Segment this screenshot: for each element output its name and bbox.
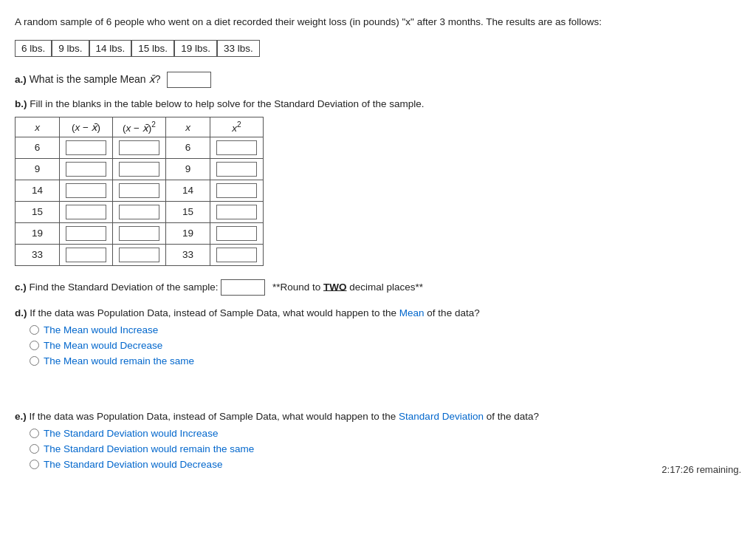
part-c-text: Find the Standard Deviation of the sampl… bbox=[30, 281, 221, 292]
table-row: 14 14 bbox=[16, 180, 264, 201]
part-d-option-2[interactable]: The Mean would Decrease bbox=[30, 340, 734, 351]
part-e-option-3[interactable]: The Standard Deviation would Decrease bbox=[30, 459, 734, 470]
part-b-label: b.) bbox=[15, 98, 27, 109]
part-a-text: What is the sample Mean x̄? bbox=[30, 73, 161, 85]
part-e-option-1[interactable]: The Standard Deviation would Increase bbox=[30, 428, 734, 439]
std-dev-input[interactable] bbox=[221, 279, 265, 296]
part-e-option-1-label: The Standard Deviation would Increase bbox=[44, 428, 218, 439]
part-e-option-3-label: The Standard Deviation would Decrease bbox=[44, 459, 222, 470]
row3-dev-input-cell bbox=[60, 180, 113, 201]
row5-x-sq-input[interactable] bbox=[216, 226, 257, 241]
part-e-section: e.) If the data was Population Data, ins… bbox=[15, 411, 734, 470]
row1-x2: 6 bbox=[166, 137, 210, 158]
row3-dev-sq-input[interactable] bbox=[119, 183, 159, 198]
part-d-option-3-label: The Mean would remain the same bbox=[44, 355, 194, 366]
row5-x2: 19 bbox=[166, 222, 210, 244]
row5-dev-input[interactable] bbox=[66, 226, 106, 241]
row6-x-sq-input-cell bbox=[210, 244, 264, 265]
row1-dev-sq-input[interactable] bbox=[119, 140, 159, 155]
col-header-dev: (x − x̄) bbox=[60, 117, 113, 137]
col-header-x2: x bbox=[166, 117, 210, 137]
part-e-option-2-label: The Standard Deviation would remain the … bbox=[44, 443, 254, 454]
row5-x-sq-input-cell bbox=[210, 222, 264, 244]
col-header-dev-sq: (x − x̄)2 bbox=[113, 117, 166, 137]
mean-input[interactable] bbox=[167, 72, 211, 88]
table-row: 6 6 bbox=[16, 137, 264, 158]
row4-dev-sq-input-cell bbox=[113, 201, 166, 222]
std-dev-table: x (x − x̄) (x − x̄)2 x x2 6 6 9 bbox=[15, 117, 264, 266]
row4-x2: 15 bbox=[166, 201, 210, 222]
part-e-radio-1[interactable] bbox=[30, 429, 39, 438]
row2-dev-sq-input[interactable] bbox=[119, 162, 159, 177]
row6-dev-input[interactable] bbox=[66, 248, 106, 262]
row3-x: 14 bbox=[16, 180, 60, 201]
part-e-text: e.) If the data was Population Data, ins… bbox=[15, 411, 734, 422]
data-value-6: 33 lbs. bbox=[217, 40, 260, 57]
row1-x: 6 bbox=[16, 137, 60, 158]
row4-dev-input-cell bbox=[60, 201, 113, 222]
row2-dev-input-cell bbox=[60, 158, 113, 180]
row4-x-sq-input[interactable] bbox=[216, 205, 257, 219]
table-row: 9 9 bbox=[16, 158, 264, 180]
row6-dev-input-cell bbox=[60, 244, 113, 265]
data-value-4: 15 lbs. bbox=[131, 40, 174, 57]
part-d-radio-1[interactable] bbox=[30, 325, 39, 335]
part-c-round-text: **Round to TWO decimal places** bbox=[272, 281, 423, 292]
part-d-option-2-label: The Mean would Decrease bbox=[44, 340, 162, 351]
row3-x-sq-input[interactable] bbox=[216, 183, 257, 198]
part-a-section: a.) What is the sample Mean x̄? bbox=[15, 72, 734, 88]
row2-x: 9 bbox=[16, 158, 60, 180]
row3-x-sq-input-cell bbox=[210, 180, 264, 201]
row2-dev-input[interactable] bbox=[66, 162, 106, 177]
part-b-section: b.) Fill in the blanks in the table belo… bbox=[15, 98, 734, 266]
row6-x: 33 bbox=[16, 244, 60, 265]
table-row: 33 33 bbox=[16, 244, 264, 265]
part-d-radio-3[interactable] bbox=[30, 356, 39, 366]
row1-dev-sq-input-cell bbox=[113, 137, 166, 158]
part-c-section: c.) Find the Standard Deviation of the s… bbox=[15, 279, 734, 296]
row4-x-sq-input-cell bbox=[210, 201, 264, 222]
part-d-radio-2[interactable] bbox=[30, 341, 39, 350]
row1-dev-input-cell bbox=[60, 137, 113, 158]
row4-x: 15 bbox=[16, 201, 60, 222]
part-b-text: b.) Fill in the blanks in the table belo… bbox=[15, 98, 734, 109]
data-values-row: 6 lbs. 9 lbs. 14 lbs. 15 lbs. 19 lbs. 33… bbox=[15, 40, 260, 57]
row1-dev-input[interactable] bbox=[66, 140, 106, 155]
data-value-1: 6 lbs. bbox=[15, 40, 52, 57]
part-d-option-1-label: The Mean would Increase bbox=[44, 324, 158, 335]
part-e-radio-3[interactable] bbox=[30, 460, 39, 469]
part-d-text: d.) If the data was Population Data, ins… bbox=[15, 307, 734, 318]
intro-text: A random sample of 6 people who went on … bbox=[15, 15, 734, 30]
part-d-option-3[interactable]: The Mean would remain the same bbox=[30, 355, 734, 366]
part-a-label: a.) bbox=[15, 74, 27, 85]
row2-x2: 9 bbox=[166, 158, 210, 180]
part-e-radio-2[interactable] bbox=[30, 444, 39, 454]
row2-x-sq-input[interactable] bbox=[216, 162, 257, 177]
row1-x-sq-input-cell bbox=[210, 137, 264, 158]
data-value-5: 19 lbs. bbox=[174, 40, 217, 57]
row6-x2: 33 bbox=[166, 244, 210, 265]
data-value-2: 9 lbs. bbox=[52, 40, 89, 57]
row1-x-sq-input[interactable] bbox=[216, 140, 257, 155]
data-value-3: 14 lbs. bbox=[89, 40, 132, 57]
table-row: 19 19 bbox=[16, 222, 264, 244]
row5-dev-sq-input-cell bbox=[113, 222, 166, 244]
row4-dev-sq-input[interactable] bbox=[119, 205, 159, 219]
timer-display: 2:17:26 remaining. bbox=[662, 464, 741, 475]
col-header-x-sq: x2 bbox=[210, 117, 264, 137]
row5-dev-sq-input[interactable] bbox=[119, 226, 159, 241]
part-d-option-1[interactable]: The Mean would Increase bbox=[30, 324, 734, 335]
part-d-label: d.) bbox=[15, 307, 27, 318]
row5-dev-input-cell bbox=[60, 222, 113, 244]
row3-dev-input[interactable] bbox=[66, 183, 106, 198]
main-page: A random sample of 6 people who went on … bbox=[0, 0, 756, 549]
row6-x-sq-input[interactable] bbox=[216, 248, 257, 262]
row6-dev-sq-input[interactable] bbox=[119, 248, 159, 262]
table-row: 15 15 bbox=[16, 201, 264, 222]
part-e-option-2[interactable]: The Standard Deviation would remain the … bbox=[30, 443, 734, 454]
row5-x: 19 bbox=[16, 222, 60, 244]
row4-dev-input[interactable] bbox=[66, 205, 106, 219]
part-c-label: c.) bbox=[15, 281, 27, 292]
part-e-label: e.) bbox=[15, 411, 27, 422]
col-header-x: x bbox=[16, 117, 60, 137]
